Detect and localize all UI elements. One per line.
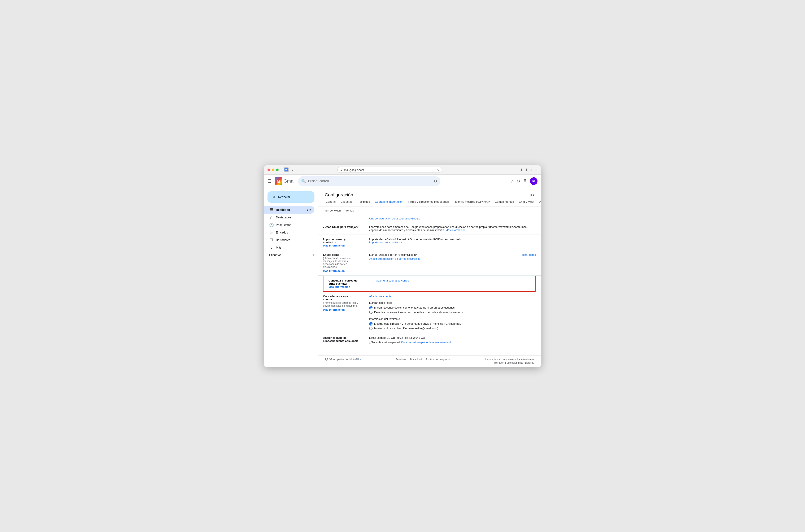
- help-icon[interactable]: ?: [511, 179, 513, 184]
- search-icon: 🔍: [301, 179, 306, 184]
- nav-arrows: ‹ ›: [291, 168, 298, 172]
- email-addr: @gmail.com>: [401, 253, 417, 256]
- download-icon[interactable]: ⬇: [520, 168, 523, 172]
- anadir-direccion-link[interactable]: Añadir otra dirección de correo electrón…: [369, 257, 536, 260]
- header-right: ? ⚙ ⠿ M: [511, 177, 537, 185]
- sidebar-item-destacados[interactable]: ☆ Destacados: [264, 214, 314, 221]
- label-almacenamiento: Añadir espacio de almacenamiento adicion…: [318, 333, 364, 347]
- content-area: ✏ Redactar ☰ Recibidos 147 ☆ Destacados …: [264, 188, 541, 367]
- inbox-icon: ☰: [269, 208, 273, 212]
- app-header: ☰ M Gmail 🔍 ⚙ ? ⚙ ⠿ M: [264, 175, 541, 188]
- sidebar-item-mas[interactable]: ∨ Más: [264, 244, 314, 251]
- radio-option-1[interactable]: Marcar la conversación como leída cuando…: [369, 306, 536, 309]
- value-conceder: Añadir otra cuenta Marcar como leído Mar…: [364, 292, 541, 333]
- edit-datos-link[interactable]: editar datos: [517, 253, 536, 256]
- titlebar: M ‹ › 🔒 mail.google.com ↻ ⬇ ⬆ + ⊞: [264, 165, 541, 175]
- program-link[interactable]: Política del programa: [426, 358, 450, 361]
- radio-option-4[interactable]: Mostrar solo esta dirección (manueldter@…: [369, 327, 536, 330]
- terms-link[interactable]: Términos: [396, 358, 406, 361]
- sidebar-item-label: Borradores: [276, 238, 311, 242]
- remitente-label: Información del remitente: [369, 317, 536, 321]
- storage-footer-text: 1,3 GB ocupados de 2.048 GB: [325, 358, 359, 361]
- labels-title: Etiquetas: [269, 253, 281, 257]
- email-name: Manuel Delgado Terrón <: [369, 253, 400, 256]
- label-conceder: Conceder acceso a tu cuenta: (Permite a …: [318, 292, 364, 333]
- sidebar-item-pospuestos[interactable]: 🕐 Pospuestos: [264, 221, 314, 229]
- settings-icon[interactable]: ⚙: [516, 178, 520, 184]
- enviar-desc: (Utiliza Gmail para enviar mensajes desd…: [323, 257, 359, 268]
- table-row-almacenamiento: Añadir espacio de almacenamiento adicion…: [318, 333, 541, 347]
- tabs-icon[interactable]: ⊞: [535, 168, 537, 172]
- tab-reenvio[interactable]: Reenvío y correo POP/IMAP: [451, 198, 493, 207]
- storage-external-link-icon[interactable]: ↗: [360, 358, 362, 361]
- table-row-conceder: Conceder acceso a tu cuenta: (Permite a …: [318, 292, 541, 333]
- anadir-otra-cuenta-link[interactable]: Añadir otra cuenta: [369, 295, 391, 298]
- radio-option-3[interactable]: Mostrar esta dirección y la persona que …: [369, 322, 536, 325]
- storage-question: ¿Necesitas más espacio?: [369, 341, 400, 344]
- conceder-desc: (Permite a otros usuarios leer y enviar …: [323, 301, 359, 307]
- apps-icon[interactable]: ⠿: [523, 178, 526, 184]
- mark-as-read-label: Marcar como leído: [369, 301, 536, 304]
- radio-group-read: Marcar la conversación como leída cuando…: [369, 306, 536, 314]
- tab-chat[interactable]: Chat y Meet: [516, 198, 537, 207]
- lang-selector[interactable]: Es ▾: [529, 193, 534, 197]
- sub-tabs: Sin conexión Temas: [318, 207, 541, 215]
- forward-arrow[interactable]: ›: [295, 168, 298, 172]
- new-tab-icon[interactable]: +: [530, 168, 532, 172]
- consultar-correo-section: Consultar el correo de otras cuentas: Má…: [323, 276, 536, 292]
- compose-icon: ✏: [272, 195, 276, 200]
- back-arrow[interactable]: ‹: [291, 168, 294, 172]
- comprar-espacio-link[interactable]: Comprar más espacio de almacenamiento: [401, 341, 452, 344]
- radio-option-2[interactable]: Dejar las conversaciones como no leídas …: [369, 311, 536, 314]
- url-bar[interactable]: 🔒 mail.google.com ↻: [337, 167, 442, 173]
- privacy-link[interactable]: Privacidad: [410, 358, 422, 361]
- share-icon[interactable]: ⬆: [525, 168, 528, 172]
- tab-avanzadas[interactable]: Avanzadas: [537, 198, 541, 207]
- refresh-icon[interactable]: ↻: [437, 168, 439, 171]
- radio-dot-1: [369, 306, 372, 309]
- search-bar[interactable]: 🔍 ⚙: [298, 176, 440, 186]
- filter-icon[interactable]: ⚙: [434, 179, 437, 184]
- mas-info-link-conceder[interactable]: Más información: [323, 308, 359, 311]
- search-input[interactable]: [308, 179, 432, 183]
- anadir-cuenta-correo-link[interactable]: Añadir una cuenta de correo: [375, 279, 409, 282]
- fullscreen-button[interactable]: [276, 169, 279, 171]
- google-account-link[interactable]: Una configuración de la cuenta de Google: [369, 217, 420, 220]
- minimize-button[interactable]: [272, 169, 274, 171]
- settings-footer: 1,3 GB ocupados de 2.048 GB ↗ Términos ·…: [318, 355, 541, 367]
- sub-tab-temas[interactable]: Temas: [344, 208, 356, 213]
- mas-info-link-importar[interactable]: Más información: [323, 244, 345, 247]
- labels-add-icon[interactable]: +: [312, 253, 314, 258]
- label-gmail-trabajo: ¿Usas Gmail para trabajar?: [318, 222, 364, 234]
- labels-section[interactable]: Etiquetas +: [264, 251, 318, 258]
- sidebar-item-recibidos[interactable]: ☰ Recibidos 147: [264, 206, 314, 214]
- location-text: Abierta en 1 ubicación más · Detalles: [493, 361, 534, 364]
- send-icon: ▷: [269, 230, 273, 235]
- sidebar-item-enviados[interactable]: ▷ Enviados: [264, 229, 314, 236]
- storage-info: Estás usando 1,3 GB (el 0%) de tus 2.048…: [369, 336, 536, 339]
- sidebar-item-label: Más: [276, 246, 311, 249]
- inbox-badge: 147: [307, 208, 311, 211]
- tab-filtros[interactable]: Filtros y direcciones bloqueadas: [406, 198, 451, 207]
- tab-cuentas[interactable]: Cuentas e importación: [372, 198, 406, 207]
- mas-info-link-enviar[interactable]: Más información: [323, 269, 359, 272]
- mas-info-link-consultar[interactable]: Más información: [328, 285, 350, 288]
- tab-complementos[interactable]: Complementos: [492, 198, 516, 207]
- tab-general[interactable]: General: [323, 198, 338, 207]
- mas-info-link-trabajo[interactable]: Más información: [445, 228, 465, 232]
- radio-dot-2: [369, 311, 372, 314]
- sidebar-item-borradores[interactable]: ☐ Borradores: [264, 236, 314, 244]
- menu-icon[interactable]: ☰: [268, 178, 271, 184]
- importar-contactos-link[interactable]: Importar correo y contactos: [369, 241, 402, 244]
- table-row-gmail-trabajo: ¿Usas Gmail para trabajar? Las versiones…: [318, 222, 541, 234]
- tab-recibidos[interactable]: Recibidos: [355, 198, 372, 207]
- sub-tab-sin-conexion[interactable]: Sin conexión: [323, 208, 343, 213]
- settings-table: Una configuración de la cuenta de Google…: [318, 215, 541, 276]
- close-button[interactable]: [268, 169, 270, 171]
- draft-icon: ☐: [269, 238, 273, 242]
- avatar[interactable]: M: [530, 177, 537, 185]
- chevron-down-icon: ∨: [269, 245, 273, 250]
- lock-icon: 🔒: [340, 169, 343, 171]
- compose-button[interactable]: ✏ Redactar: [268, 191, 314, 203]
- tab-etiquetas[interactable]: Etiquetas: [338, 198, 355, 207]
